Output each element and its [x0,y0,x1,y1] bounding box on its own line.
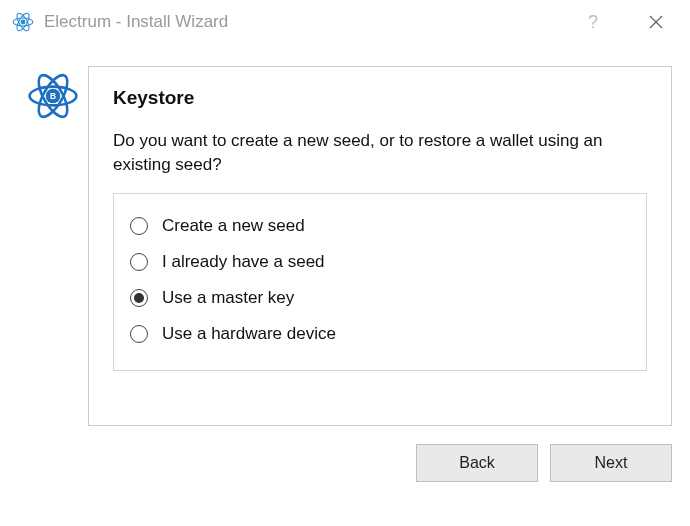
option-label: Use a master key [162,288,294,308]
radio-icon [130,217,148,235]
radio-icon [130,253,148,271]
panel-heading: Keystore [113,87,647,109]
help-button[interactable]: ? [588,12,598,33]
radio-icon [130,325,148,343]
svg-text:B: B [50,91,56,101]
radio-icon [130,289,148,307]
close-button[interactable] [636,2,676,42]
next-button[interactable]: Next [550,444,672,482]
window-title: Electrum - Install Wizard [44,12,588,32]
titlebar: Electrum - Install Wizard ? [0,0,690,44]
electrum-icon [12,11,34,33]
electrum-logo-icon: B [27,70,79,122]
svg-point-3 [21,20,26,25]
panel-question: Do you want to create a new seed, or to … [113,129,647,177]
option-master-key[interactable]: Use a master key [130,280,630,316]
option-have-seed[interactable]: I already have a seed [130,244,630,280]
side-logo: B [18,66,88,426]
option-label: I already have a seed [162,252,325,272]
option-hardware-device[interactable]: Use a hardware device [130,316,630,352]
option-label: Create a new seed [162,216,305,236]
option-label: Use a hardware device [162,324,336,344]
back-button[interactable]: Back [416,444,538,482]
footer: Back Next [0,426,690,482]
content-area: B Keystore Do you want to create a new s… [0,44,690,426]
close-icon [649,15,663,29]
options-group: Create a new seed I already have a seed … [113,193,647,371]
wizard-panel: Keystore Do you want to create a new see… [88,66,672,426]
option-create-seed[interactable]: Create a new seed [130,208,630,244]
